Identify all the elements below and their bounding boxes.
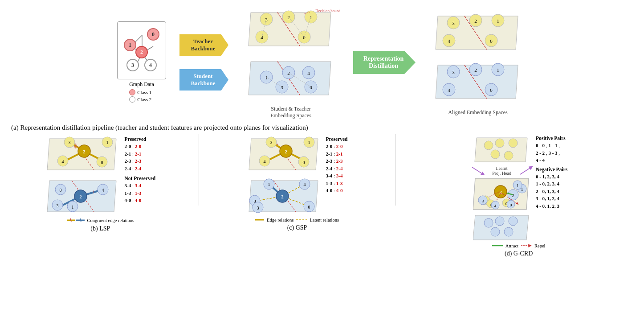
svg-text:1: 1	[497, 18, 499, 24]
svg-text:2: 2	[285, 149, 287, 154]
node-4: 4	[144, 59, 157, 71]
svg-text:0: 0	[490, 38, 493, 44]
svg-point-171	[504, 227, 513, 236]
gcrd-proj-arrows: Learnt Proj. Head	[470, 166, 534, 176]
legend-class1: Class 1	[129, 89, 154, 95]
lsp-pairs: Preserved 2-0 : 2-0 2-1 : 2-1 2-3 : 2-3 …	[124, 134, 155, 204]
svg-text:0: 0	[302, 160, 305, 165]
graph-diagram: 0 1 2 3 4	[117, 21, 166, 79]
gcrd-middle-plane-svg: 2 2	[473, 176, 531, 212]
lsp-teacher-svg: 3 2 1 4 0	[45, 134, 121, 174]
svg-text:3: 3	[452, 21, 455, 26]
svg-text:1: 1	[106, 140, 109, 145]
svg-point-134	[484, 141, 493, 150]
gcrd-top-plane-svg	[473, 134, 531, 165]
svg-point-169	[509, 217, 518, 226]
bottom-section: 3 2 1 4 0	[9, 134, 635, 313]
gcrd-caption: (d) G-CRD	[505, 250, 533, 257]
svg-text:2: 2	[474, 18, 477, 24]
svg-text:1: 1	[308, 140, 310, 145]
svg-text:4: 4	[448, 38, 450, 44]
svg-line-95	[70, 218, 71, 222]
student-backbone-arrow: Student Backbone	[179, 69, 228, 91]
svg-text:0: 0	[60, 188, 62, 193]
svg-text:2: 2	[83, 149, 86, 154]
svg-text:0: 0	[308, 205, 310, 210]
svg-text:1: 1	[497, 67, 499, 73]
svg-text:+: +	[92, 189, 95, 195]
embedding-label: Student & Teacher Embedding Spaces	[270, 106, 311, 119]
gsp-preserved: Preserved 2-0 : 2-0 2-1 : 2-1 2-3 : 2-3 …	[326, 136, 348, 194]
svg-point-136	[509, 139, 518, 148]
svg-text:1: 1	[516, 183, 518, 188]
svg-point-170	[491, 227, 500, 236]
legend-circle-class1	[129, 89, 135, 95]
svg-text:2: 2	[474, 67, 477, 73]
svg-text:2: 2	[281, 194, 284, 199]
legend-label-class1: Class 1	[137, 90, 151, 95]
svg-text:3: 3	[265, 17, 268, 22]
graph-data-title: Graph Data	[129, 81, 154, 88]
gcrd-negative-pairs: 0 - 1, 2, 3, 4 1 - 0, 2, 3, 4 2 - 0, 1, …	[536, 173, 567, 210]
svg-text:3: 3	[452, 70, 455, 75]
node-0: 0	[147, 28, 159, 41]
svg-text:4: 4	[261, 35, 263, 40]
gsp-edge-icon	[255, 217, 264, 222]
repr-distillation-block: Representation Distillation	[353, 51, 416, 74]
gcrd-repel-label: Repel	[534, 243, 546, 248]
svg-text:3: 3	[270, 140, 272, 145]
divider-lsp-gsp	[199, 134, 199, 206]
gcrd-negative-title: Negative Pairs	[536, 167, 567, 172]
svg-text:1: 1	[72, 205, 74, 210]
gcrd-arrow-down	[470, 166, 485, 175]
gsp-edge-label: Edge relations	[267, 218, 293, 222]
divider-gsp-gcrd	[395, 134, 395, 206]
legend-label-class2: Class 2	[137, 97, 151, 102]
svg-point-135	[495, 139, 504, 148]
svg-text:0: 0	[310, 85, 312, 90]
embedding-planes: 3 2 1 4 0 Decision boundary	[242, 6, 340, 119]
gcrd-negative: Negative Pairs 0 - 1, 2, 3, 4 1 - 0, 2, …	[536, 167, 567, 210]
lsp-preserved: Preserved 2-0 : 2-0 2-1 : 2-1 2-3 : 2-3 …	[124, 136, 155, 172]
svg-text:4: 4	[263, 159, 265, 164]
node-3: 3	[126, 59, 139, 71]
svg-text:3: 3	[281, 85, 283, 90]
lsp-panel-inner: 3 2 1 4 0	[9, 134, 192, 216]
lsp-not-preserved: Not Preserved 3-4 : 3-4 1-3 : 1-3 4-0 : …	[124, 176, 155, 204]
lsp-not-preserved-pairs: 3-4 : 3-4 1-3 : 1-3 4-0 : 4-0	[124, 182, 155, 204]
gcrd-diagrams: Learnt Proj. Head	[470, 134, 534, 242]
gcrd-attract-icon	[492, 243, 503, 248]
svg-point-137	[491, 150, 500, 159]
svg-text:0: 0	[303, 35, 306, 40]
svg-text:1: 1	[268, 182, 270, 187]
gcrd-panel: Learnt Proj. Head	[402, 134, 635, 257]
teacher-backbone-arrow: Teacher Backbone	[179, 34, 228, 56]
gsp-teacher-svg: 3 2 1 4 0	[247, 134, 322, 174]
svg-text:0: 0	[101, 160, 103, 165]
svg-text:4: 4	[494, 204, 496, 208]
aligned-embedding-planes: 3 2 1 4 0 3 2 1 4	[429, 9, 527, 116]
gcrd-proj-head-label: Learnt Proj. Head	[492, 166, 511, 176]
gsp-pairs: Preserved 2-0 : 2-0 2-1 : 2-1 2-3 : 2-3 …	[326, 134, 348, 194]
lsp-student-svg: + + 3 2 4 0 1	[45, 176, 121, 216]
svg-text:4: 4	[303, 182, 306, 187]
svg-point-168	[495, 217, 504, 226]
lsp-legend-icon	[67, 217, 85, 223]
teacher-plane-svg: 3 2 1 4 0 Decision boundary	[242, 6, 340, 53]
graph-data-box: 0 1 2 3 4 Graph Data Class 1 Class 2	[117, 21, 166, 103]
graph-legend: Graph Data Class 1 Class 2	[129, 81, 154, 103]
gcrd-legend: Attract Repel	[492, 243, 546, 248]
repr-distillation-arrow: Representation Distillation	[353, 51, 416, 74]
lsp-preserved-pairs: 2-0 : 2-0 2-1 : 2-1 2-3 : 2-3 2-4 : 2-4	[124, 143, 155, 172]
svg-point-138	[504, 151, 513, 160]
gsp-panel: 3 2 1 4 0	[206, 134, 389, 231]
svg-text:3: 3	[57, 203, 59, 208]
gsp-legend: Edge relations Latent relations	[255, 217, 339, 222]
gsp-preserved-pairs: 2-0 : 2-0 2-1 : 2-1 2-3 : 2-3 2-4 : 2-4 …	[326, 143, 348, 194]
gcrd-inner: Learnt Proj. Head	[470, 134, 567, 242]
aligned-student-plane-svg: 3 2 1 4 0	[429, 58, 527, 105]
gcrd-positive-pairs: 0 - 0 , 1 - 1 , 2 - 2 , 3 - 3 , 4 - 4	[536, 142, 567, 164]
svg-text:4: 4	[62, 159, 64, 164]
gsp-latent-label: Latent relations	[310, 218, 339, 222]
gcrd-positive-title: Positive Pairs	[536, 136, 567, 141]
